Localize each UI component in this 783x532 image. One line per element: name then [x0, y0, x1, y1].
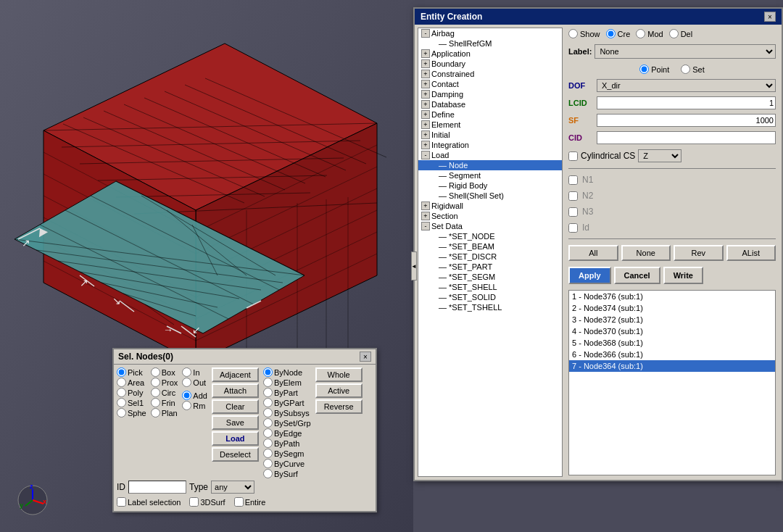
- sel-close-button[interactable]: ×: [360, 352, 371, 362]
- dialog-close-button[interactable]: ×: [764, 12, 776, 22]
- tree-item-set-beam[interactable]: — *SET_BEAM: [418, 241, 562, 252]
- id-input[interactable]: [128, 481, 186, 494]
- entire-checkbox[interactable]: [234, 497, 244, 507]
- id-checkbox[interactable]: [568, 223, 578, 233]
- expand-boundary[interactable]: +: [421, 59, 430, 68]
- save-button[interactable]: Save: [212, 415, 259, 430]
- box-radio[interactable]: Box: [151, 367, 178, 377]
- tree-item-define[interactable]: + Define: [418, 109, 562, 120]
- plan-radio[interactable]: Plan: [151, 408, 178, 417]
- set-radio[interactable]: Set: [681, 65, 705, 74]
- threedsuf-checkbox-label[interactable]: 3DSurf: [189, 497, 225, 507]
- expand-define[interactable]: +: [421, 110, 430, 119]
- add-radio[interactable]: Add: [182, 391, 207, 400]
- del-radio-input[interactable]: [669, 29, 679, 38]
- expand-load[interactable]: -: [421, 151, 430, 159]
- bysurf-radio[interactable]: BySurf: [263, 469, 311, 478]
- pick-radio[interactable]: Pick: [117, 367, 146, 377]
- tree-item-node[interactable]: — Node: [418, 160, 562, 170]
- tree-item-set-solid[interactable]: — *SET_SOLID: [418, 292, 562, 302]
- rev-button[interactable]: Rev: [674, 245, 724, 261]
- byedge-radio[interactable]: ByEdge: [263, 428, 311, 438]
- apply-button[interactable]: Apply: [568, 267, 611, 284]
- type-dropdown[interactable]: any node element: [211, 481, 254, 494]
- tree-item-constrained[interactable]: + Constrained: [418, 69, 562, 79]
- cre-radio[interactable]: Cre: [606, 29, 631, 38]
- write-button[interactable]: Write: [663, 267, 703, 284]
- expand-element[interactable]: +: [421, 120, 430, 129]
- cylindrical-cs-checkbox[interactable]: [568, 151, 578, 161]
- rm-radio[interactable]: Rm: [182, 401, 207, 410]
- tree-item-boundary[interactable]: + Boundary: [418, 59, 562, 69]
- tree-item-segment[interactable]: — Segment: [418, 170, 562, 180]
- sphe-radio[interactable]: Sphe: [117, 408, 146, 417]
- adjacent-button[interactable]: Adjacent: [212, 367, 259, 382]
- node-list-item-1[interactable]: 1 - Node376 (sub:1): [569, 291, 775, 302]
- tree-item-initial[interactable]: + Initial: [418, 130, 562, 140]
- tree-item-rigidwall[interactable]: + Rigidwall: [418, 201, 562, 211]
- poly-radio[interactable]: Poly: [117, 388, 146, 397]
- out-radio[interactable]: Out: [182, 378, 207, 387]
- byelem-radio[interactable]: ByElem: [263, 378, 311, 387]
- expand-damping[interactable]: +: [421, 90, 430, 99]
- n1-checkbox[interactable]: [568, 175, 578, 185]
- node-list-item-2[interactable]: 2 - Node374 (sub:1): [569, 302, 775, 314]
- bysetgrp-radio[interactable]: BySet/Grp: [263, 418, 311, 428]
- deselect-button[interactable]: Deselect: [212, 447, 259, 462]
- cylindrical-cs-dropdown[interactable]: Z X Y: [638, 149, 682, 162]
- tree-item-set-tshell[interactable]: — *SET_TSHELL: [418, 302, 562, 312]
- bycurve-radio[interactable]: ByCurve: [263, 459, 311, 468]
- tree-item-database[interactable]: + Database: [418, 99, 562, 109]
- tree-item-section[interactable]: + Section: [418, 211, 562, 221]
- clear-button[interactable]: Clear: [212, 399, 259, 414]
- sidebar-collapse-button[interactable]: ◄: [411, 252, 417, 280]
- expand-set-data[interactable]: -: [421, 222, 430, 230]
- expand-section[interactable]: +: [421, 212, 430, 220]
- circ-radio[interactable]: Circ: [151, 388, 178, 397]
- sf-input[interactable]: [597, 114, 776, 127]
- tree-item-set-discr[interactable]: — *SET_DISCR: [418, 252, 562, 262]
- none-button[interactable]: None: [621, 245, 671, 261]
- all-button[interactable]: All: [568, 245, 618, 261]
- expand-application[interactable]: +: [421, 49, 430, 58]
- tree-item-set-node[interactable]: — *SET_NODE: [418, 231, 562, 241]
- tree-item-application[interactable]: + Application: [418, 49, 562, 59]
- load-button[interactable]: Load: [212, 431, 259, 446]
- bynode-radio[interactable]: ByNode: [263, 367, 311, 377]
- area-radio[interactable]: Area: [117, 378, 146, 387]
- tree-item-shell-shell-set[interactable]: — Shell(Shell Set): [418, 191, 562, 201]
- mod-radio-input[interactable]: [636, 29, 645, 38]
- threedsuf-checkbox[interactable]: [189, 497, 199, 507]
- node-list-item-3[interactable]: 3 - Node372 (sub:1): [569, 314, 775, 325]
- n3-checkbox[interactable]: [568, 207, 578, 217]
- cid-input[interactable]: [597, 131, 776, 144]
- point-radio[interactable]: Point: [639, 65, 669, 74]
- tree-item-damping[interactable]: + Damping: [418, 89, 562, 99]
- tree-item-shellrefgm[interactable]: — ShellRefGM: [418, 38, 562, 49]
- expand-integration[interactable]: +: [421, 141, 430, 149]
- tree-item-load[interactable]: - Load: [418, 150, 562, 160]
- expand-constrained[interactable]: +: [421, 70, 430, 78]
- bysegm-radio[interactable]: BySegm: [263, 449, 311, 458]
- tree-item-set-segm[interactable]: — *SET_SEGM: [418, 272, 562, 282]
- expand-contact[interactable]: +: [421, 80, 430, 88]
- point-radio-input[interactable]: [639, 65, 649, 74]
- tree-item-set-data[interactable]: - Set Data: [418, 221, 562, 231]
- node-list-item-5[interactable]: 5 - Node368 (sub:1): [569, 337, 775, 349]
- bysubsys-radio[interactable]: BySubsys: [263, 408, 311, 417]
- frin-radio[interactable]: Frin: [151, 398, 178, 407]
- tree-item-element[interactable]: + Element: [418, 120, 562, 130]
- tree-item-contact[interactable]: + Contact: [418, 79, 562, 89]
- n2-checkbox[interactable]: [568, 191, 578, 201]
- active-button[interactable]: Active: [315, 383, 362, 398]
- del-radio[interactable]: Del: [669, 29, 693, 38]
- expand-initial[interactable]: +: [421, 130, 430, 139]
- node-list-item-6[interactable]: 6 - Node366 (sub:1): [569, 349, 775, 360]
- tree-item-rigid-body[interactable]: — Rigid Body: [418, 180, 562, 191]
- cancel-button[interactable]: Cancel: [614, 267, 660, 284]
- attach-button[interactable]: Attach: [212, 383, 259, 398]
- in-radio[interactable]: In: [182, 367, 207, 377]
- mod-radio[interactable]: Mod: [636, 29, 663, 38]
- node-list-item-4[interactable]: 4 - Node370 (sub:1): [569, 325, 775, 337]
- whole-button[interactable]: Whole: [315, 367, 362, 382]
